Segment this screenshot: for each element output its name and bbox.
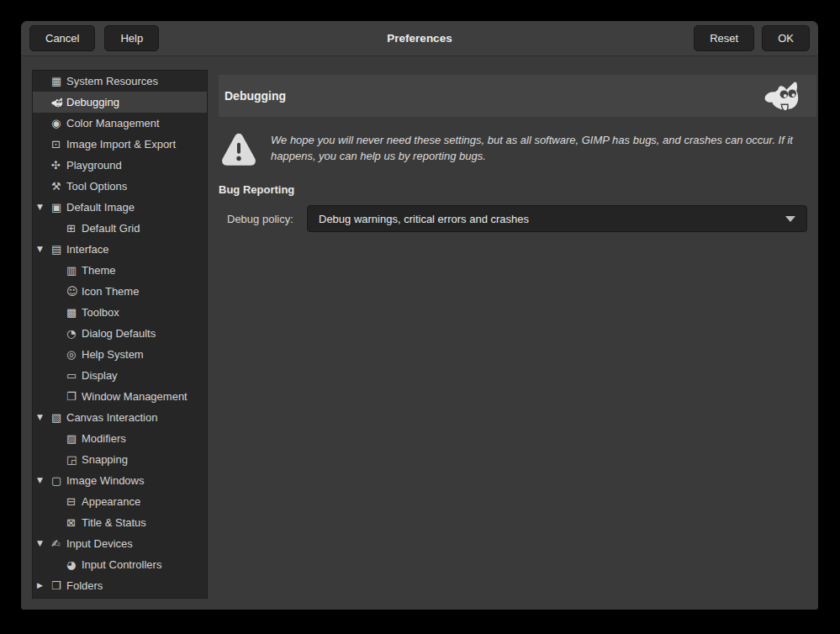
sidebar-item-tool-options[interactable]: ⚒Tool Options [33,176,207,197]
sidebar-item-label: Help System [82,348,144,361]
toolbox-icon: ▩ [66,307,81,318]
display-icon: ▭ [66,370,81,381]
appearance-icon: ⊟ [66,496,81,507]
sidebar-item-label: Interface [66,243,109,256]
sidebar-item-label: Canvas Interaction [66,411,157,424]
sidebar-item-theme[interactable]: ▥Theme [33,260,207,281]
sidebar-item-appearance[interactable]: ⊟Appearance [33,491,207,512]
help-button[interactable]: Help [104,25,159,51]
sidebar-item-label: Image Import & Export [66,138,176,151]
sidebar-item-default-image[interactable]: ▼▣Default Image [33,197,207,218]
section-title: Bug Reporting [219,183,816,196]
sidebar-item-window-management[interactable]: ❐Window Management [33,386,207,407]
sidebar-item-default-grid[interactable]: ⊞Default Grid [33,218,207,239]
interface-icon: ▤ [51,244,66,255]
help-system-icon: ◎ [66,349,81,360]
sidebar-item-debugging[interactable]: Debugging [33,92,207,113]
sidebar-item-display[interactable]: ▭Display [33,365,207,386]
sidebar-item-icon-theme[interactable]: ☺Icon Theme [33,281,207,302]
theme-icon: ▥ [66,265,81,276]
sidebar-item-label: Input Devices [66,537,133,550]
sidebar-item-label: Folders [66,579,103,592]
sidebar-item-label: Theme [82,264,115,277]
sidebar-item-label: Appearance [82,495,140,508]
debug-policy-label: Debug policy: [227,213,307,225]
preferences-window: Cancel Help Preferences Reset OK ▦System… [21,21,818,610]
image-import-export-icon: ⊡ [51,139,66,150]
color-management-icon: ◉ [51,118,66,129]
cancel-button[interactable]: Cancel [29,25,95,51]
icon-theme-icon: ☺ [66,286,81,297]
debug-policy-dropdown[interactable]: Debug warnings, critical errors and cras… [307,205,807,232]
sidebar-item-label: Toolbox [82,306,119,319]
sidebar-item-system-resources[interactable]: ▦System Resources [33,71,207,92]
ok-button[interactable]: OK [762,25,810,51]
sidebar-item-playground[interactable]: ✣Playground [33,155,207,176]
title-status-icon: ⊠ [66,517,81,528]
window-management-icon: ❐ [66,391,81,402]
input-devices-icon: ✍ [51,538,66,549]
debug-policy-row: Debug policy: Debug warnings, critical e… [219,205,816,232]
system-resources-icon: ▦ [51,76,66,87]
titlebar: Cancel Help Preferences Reset OK [21,21,818,56]
dialog-defaults-icon: ◔ [66,328,81,339]
sidebar-item-label: Image Windows [66,474,144,487]
sidebar-item-input-devices[interactable]: ▼✍Input Devices [33,533,207,554]
collapse-arrow-icon[interactable]: ▼ [37,203,51,211]
bug-notice: We hope you will never need these settin… [219,129,816,169]
sidebar-item-label: Window Management [82,390,188,403]
sidebar-item-image-import-export[interactable]: ⊡Image Import & Export [33,134,207,155]
sidebar-item-help-system[interactable]: ◎Help System [33,344,207,365]
sidebar-item-label: Snapping [82,453,128,466]
sidebar-item-snapping[interactable]: ◲Snapping [33,449,207,470]
sidebar-item-label: Display [82,369,118,382]
default-image-icon: ▣ [51,202,66,213]
sidebar-item-title-status[interactable]: ⊠Title & Status [33,512,207,533]
sidebar-item-label: Default Image [66,201,135,214]
notice-text: We hope you will never need these settin… [271,133,802,164]
sidebar-item-canvas-interaction[interactable]: ▼▧Canvas Interaction [33,407,207,428]
sidebar-item-label: Title & Status [82,516,146,529]
sidebar-item-folders[interactable]: ▶❒Folders [33,575,207,596]
sidebar-item-label: System Resources [66,75,158,87]
sidebar-item-label: Color Management [66,117,160,129]
image-windows-icon: ▢ [51,475,66,486]
collapse-arrow-icon[interactable]: ▼ [37,540,51,547]
collapse-arrow-icon[interactable]: ▼ [37,414,51,421]
wilber-gimp-mascot-icon [763,81,803,112]
main-panel: Debugging We hope you will never need th… [219,56,816,232]
reset-button[interactable]: Reset [694,25,754,51]
page-title: Debugging [225,89,286,103]
expand-arrow-icon[interactable]: ▶ [37,582,51,589]
sidebar-item-dialog-defaults[interactable]: ◔Dialog Defaults [33,323,207,344]
sidebar-item-modifiers[interactable]: ▨Modifiers [33,428,207,449]
sidebar-item-label: Playground [66,159,122,172]
snapping-icon: ◲ [66,454,81,465]
folders-icon: ❒ [51,580,66,591]
input-controllers-icon: ◕ [66,559,81,570]
tool-options-icon: ⚒ [51,181,66,192]
sidebar-item-interface[interactable]: ▼▤Interface [33,239,207,260]
warning-triangle-icon [221,129,256,169]
titlebar-left-buttons: Cancel Help [29,25,159,51]
wilber-icon [51,98,66,108]
chevron-down-icon [785,216,795,222]
sidebar-item-input-controllers[interactable]: ◕Input Controllers [33,554,207,575]
playground-icon: ✣ [51,160,66,171]
canvas-interaction-icon: ▧ [51,412,66,423]
window-body: ▦System Resources Debugging◉Color Manage… [21,56,818,608]
sidebar-item-label: Icon Theme [82,285,139,298]
preferences-category-tree: ▦System Resources Debugging◉Color Manage… [32,70,208,599]
sidebar-item-toolbox[interactable]: ▩Toolbox [33,302,207,323]
sidebar-item-label: Input Controllers [82,558,161,571]
collapse-arrow-icon[interactable]: ▼ [37,246,51,253]
page-header: Debugging [219,75,816,117]
titlebar-right-buttons: Reset OK [694,25,810,51]
sidebar-item-label: Modifiers [82,432,126,445]
sidebar-item-label: Dialog Defaults [82,327,156,340]
debug-policy-value: Debug warnings, critical errors and cras… [319,213,529,225]
sidebar-item-label: Tool Options [66,180,127,193]
sidebar-item-image-windows[interactable]: ▼▢Image Windows [33,470,207,491]
sidebar-item-color-management[interactable]: ◉Color Management [33,113,207,134]
collapse-arrow-icon[interactable]: ▼ [37,477,51,484]
